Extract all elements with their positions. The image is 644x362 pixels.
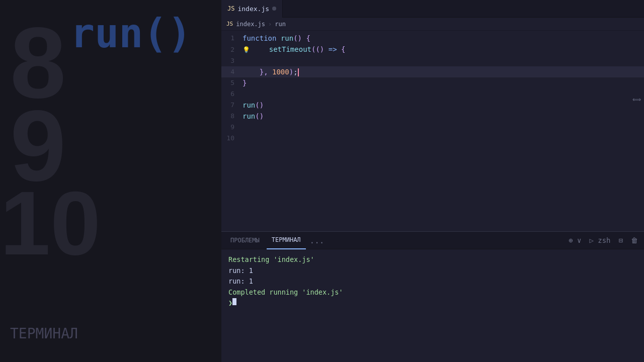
code-line-1: 1 function run() {: [221, 33, 644, 44]
left-bottom-terminal-label: ТЕРМИНАЛ: [10, 325, 78, 342]
terminal-prompt-line: ❯: [228, 298, 637, 309]
code-editor[interactable]: 1 function run() { 2 💡 setTimeout(() => …: [221, 31, 644, 231]
line-num-2: 2: [221, 44, 243, 55]
bg-run-text: run(): [70, 10, 192, 57]
tab-problems[interactable]: ПРОБЛЕМЫ: [225, 232, 265, 249]
tab-more[interactable]: ...: [308, 232, 327, 249]
editor-panel: JS index.js JS index.js › run 1 function…: [221, 0, 644, 362]
terminal-line-1: Restarting 'index.js': [228, 254, 637, 265]
split-terminal-button[interactable]: ⊟: [617, 235, 625, 245]
code-lines: 1 function run() { 2 💡 setTimeout(() => …: [221, 31, 644, 146]
line-content-8: run(): [243, 111, 644, 122]
js-file-icon: JS: [227, 5, 234, 12]
terminal-prompt: ❯: [228, 298, 232, 309]
new-terminal-button[interactable]: ⊕ ∨: [567, 235, 583, 245]
tab-terminal[interactable]: ТЕРМИНАЛ: [267, 232, 306, 249]
code-line-9: 9: [221, 122, 644, 133]
panel-tab-bar: ПРОБЛЕМЫ ТЕРМИНАЛ ... ⊕ ∨ ▷ zsh ⊟ 🗑: [221, 232, 644, 249]
line-content-4: }, 1000);: [243, 66, 644, 77]
terminal-text-1: Restarting 'index.js': [228, 254, 314, 265]
panel-actions: ⊕ ∨ ▷ zsh ⊟ 🗑: [567, 235, 640, 245]
line-num-10: 10: [221, 133, 243, 144]
breadcrumb-file-icon: JS: [226, 21, 233, 27]
bg-number-10: 10: [0, 171, 101, 275]
code-line-4: 4 }, 1000);: [221, 66, 644, 77]
code-line-10: 10: [221, 133, 644, 144]
code-line-7: 7 run(): [221, 100, 644, 111]
line-num-7: 7: [221, 100, 243, 111]
breadcrumb-separator: ›: [268, 21, 272, 28]
shell-label[interactable]: ▷ zsh: [587, 235, 612, 245]
line-content-5: }: [243, 77, 644, 88]
tab-more-label: ...: [310, 236, 325, 245]
code-line-5: 5 }: [221, 77, 644, 88]
close-panel-button[interactable]: 🗑: [629, 235, 640, 245]
code-line-6: 6: [221, 88, 644, 100]
line-num-6: 6: [221, 88, 243, 100]
code-line-2: 2 💡 setTimeout(() => {: [221, 44, 644, 55]
resize-handle[interactable]: ⟺: [632, 96, 641, 103]
code-line-3: 3: [221, 55, 644, 66]
terminal-cursor: [232, 298, 236, 305]
line-num-8: 8: [221, 111, 243, 122]
breadcrumb-scope: run: [275, 21, 286, 28]
tab-index-js[interactable]: JS index.js: [221, 0, 283, 18]
tab-terminal-label: ТЕРМИНАЛ: [272, 236, 301, 243]
breadcrumb-file: index.js: [236, 21, 265, 28]
line-content-1: function run() {: [243, 33, 644, 44]
line-content-7: run(): [243, 100, 644, 111]
breadcrumb: JS index.js › run: [221, 18, 644, 31]
tab-label: index.js: [237, 5, 269, 13]
code-line-8: 8 run(): [221, 111, 644, 122]
terminal-text-4: Completed running 'index.js': [228, 287, 343, 298]
line-num-3: 3: [221, 55, 243, 66]
line-content-2: 💡 setTimeout(() => {: [243, 44, 644, 55]
terminal-content[interactable]: Restarting 'index.js' run: 1 run: 1 Comp…: [221, 249, 644, 362]
terminal-text-3: run: 1: [228, 276, 253, 287]
left-decorative-panel: run() 8 9 10 ТЕРМИНАЛ: [0, 0, 221, 362]
line-num-9: 9: [221, 122, 243, 133]
text-cursor: [298, 68, 299, 76]
tab-problems-label: ПРОБЛЕМЫ: [230, 237, 260, 244]
tab-modified-dot: [272, 7, 276, 11]
terminal-text-2: run: 1: [228, 265, 253, 277]
terminal-line-4: Completed running 'index.js': [228, 287, 637, 298]
line-num-5: 5: [221, 77, 243, 88]
bottom-panel: ПРОБЛЕМЫ ТЕРМИНАЛ ... ⊕ ∨ ▷ zsh ⊟ 🗑 Rest…: [221, 231, 644, 362]
line-num-4: 4: [221, 66, 243, 77]
terminal-line-2: run: 1: [228, 265, 637, 277]
line-num-1: 1: [221, 33, 243, 44]
terminal-line-3: run: 1: [228, 276, 637, 287]
tab-bar: JS index.js: [221, 0, 644, 18]
